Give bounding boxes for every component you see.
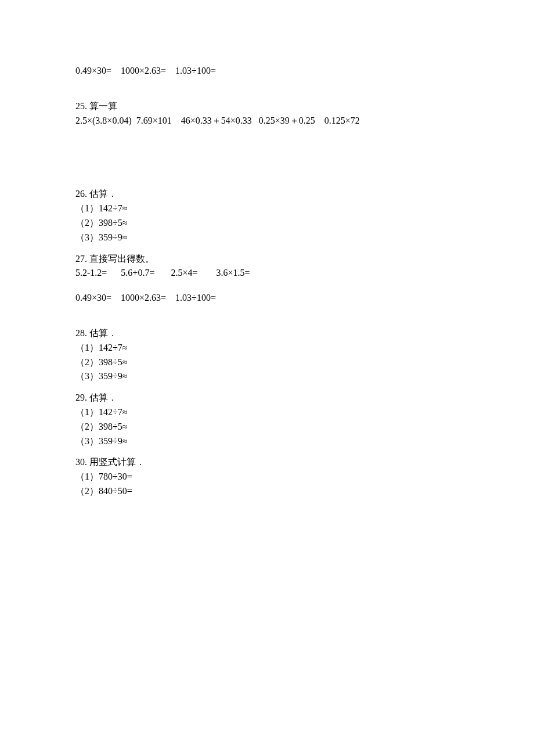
q29-item-2: （2）398÷5≈ — [75, 420, 459, 434]
question-27: 27. 直接写出得数。 5.2-1.2= 5.6+0.7= 2.5×4= 3.6… — [75, 252, 459, 305]
top-expression-line: 0.49×30= 1000×2.63= 1.03÷100= — [75, 64, 459, 78]
q30-title: 30. 用竖式计算． — [75, 455, 459, 470]
q26-item-3: （3）359÷9≈ — [75, 231, 459, 245]
q28-item-1: （1）142÷7≈ — [75, 341, 459, 355]
q27-title: 27. 直接写出得数。 — [75, 252, 459, 267]
q26-title: 26. 估算． — [75, 187, 459, 201]
q30-item-2: （2）840÷50= — [75, 484, 459, 499]
question-25: 25. 算一算 2.5×(3.8×0.04) 7.69×101 46×0.33＋… — [75, 99, 459, 128]
question-30: 30. 用竖式计算． （1）780÷30= （2）840÷50= — [75, 455, 459, 498]
q29-item-1: （1）142÷7≈ — [75, 405, 459, 420]
question-28: 28. 估算． （1）142÷7≈ （2）398÷5≈ （3）359÷9≈ — [75, 326, 459, 384]
q25-content: 2.5×(3.8×0.04) 7.69×101 46×0.33＋54×0.33 … — [75, 114, 459, 128]
q26-item-2: （2）398÷5≈ — [75, 216, 459, 231]
q27-line1: 5.2-1.2= 5.6+0.7= 2.5×4= 3.6×1.5= — [75, 266, 459, 280]
q28-title: 28. 估算． — [75, 326, 459, 341]
q28-item-3: （3）359÷9≈ — [75, 369, 459, 384]
q28-item-2: （2）398÷5≈ — [75, 355, 459, 370]
q26-item-1: （1）142÷7≈ — [75, 201, 459, 216]
q27-line2: 0.49×30= 1000×2.63= 1.03÷100= — [75, 291, 459, 305]
worksheet-page: 0.49×30= 1000×2.63= 1.03÷100= 25. 算一算 2.… — [0, 0, 534, 756]
question-29: 29. 估算． （1）142÷7≈ （2）398÷5≈ （3）359÷9≈ — [75, 391, 459, 448]
q29-item-3: （3）359÷9≈ — [75, 434, 459, 449]
q29-title: 29. 估算． — [75, 391, 459, 405]
question-26: 26. 估算． （1）142÷7≈ （2）398÷5≈ （3）359÷9≈ — [75, 187, 459, 244]
q30-item-1: （1）780÷30= — [75, 470, 459, 484]
q25-title: 25. 算一算 — [75, 99, 459, 114]
